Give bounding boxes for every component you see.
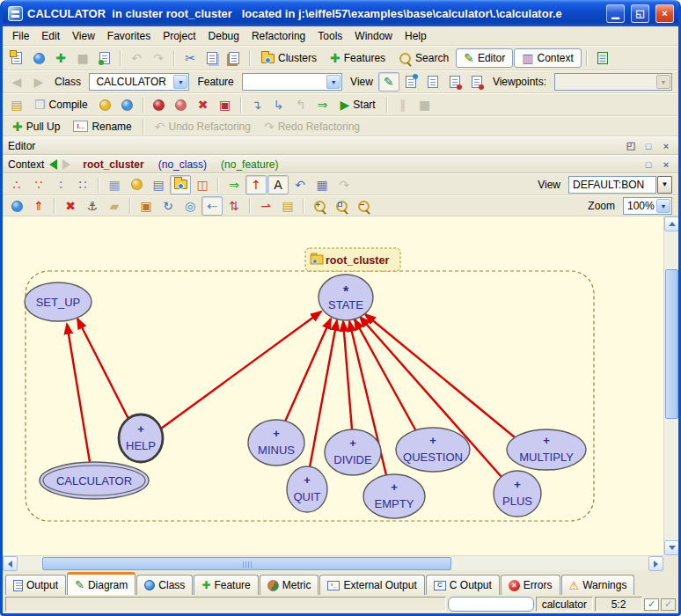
cluster-diagram-icon[interactable] — [170, 175, 191, 194]
add-link-icon[interactable]: ⇀ — [255, 196, 276, 216]
horizontal-scrollbar[interactable] — [3, 555, 663, 570]
context-toggle[interactable]: ▥Context — [514, 48, 582, 68]
cut-icon[interactable]: ✂ — [179, 48, 201, 68]
scroll-down-icon[interactable] — [664, 540, 679, 555]
check-green-icon[interactable]: ✓ — [644, 598, 659, 611]
context-maximize-icon[interactable]: □ — [641, 158, 655, 171]
vertical-scrollbar[interactable] — [663, 216, 678, 555]
inheritance-link-HELP-STATE[interactable] — [161, 312, 321, 429]
tab-feature[interactable]: ✚Feature — [194, 575, 258, 595]
class-node-MULTIPLY[interactable]: +MULTIPLY — [507, 429, 586, 470]
scroll-right-icon[interactable] — [648, 556, 663, 571]
start-button[interactable]: ▶Start — [334, 95, 382, 114]
eraser-tool-icon[interactable]: ▰ — [104, 196, 125, 216]
inheritance-link-MULTIPLY-STATE[interactable] — [365, 314, 515, 437]
inheritance-link-QUESTION-STATE[interactable] — [355, 319, 416, 431]
class-node-QUESTION[interactable]: +QUESTION — [396, 428, 470, 472]
menu-file[interactable]: File — [6, 28, 35, 44]
new-class-tool-icon[interactable] — [6, 196, 27, 216]
external-editor-icon[interactable] — [592, 48, 613, 68]
minimize-button[interactable]: ▁ — [606, 4, 625, 23]
diagram-history-icon[interactable]: ▦ — [311, 175, 333, 194]
class-node-PLUS[interactable]: +PLUS — [494, 471, 541, 517]
new-document-icon[interactable] — [6, 48, 27, 68]
chevron-down-icon[interactable]: ▼ — [656, 199, 670, 213]
add-project-icon[interactable]: ✚ — [50, 48, 71, 68]
menu-help[interactable]: Help — [399, 28, 433, 44]
tab-diagram[interactable]: ✎Diagram — [67, 572, 135, 595]
features-button[interactable]: ✚Features — [324, 48, 392, 68]
smart-layout-icon[interactable]: ◎ — [179, 196, 201, 216]
tab-warnings[interactable]: ⚠Warnings — [561, 575, 635, 595]
horizontal-scroll-thumb[interactable] — [42, 557, 451, 570]
tab-class[interactable]: Class — [136, 575, 193, 595]
project-settings-icon[interactable]: ▤ — [6, 95, 27, 114]
copy-icon[interactable] — [201, 48, 223, 68]
inheritance-link-DIVIDE-STATE[interactable] — [343, 321, 352, 429]
uml-view-icon[interactable]: ▤ — [148, 175, 169, 194]
tab-output[interactable]: Output — [5, 575, 66, 595]
layout-settings-icon[interactable]: ▤ — [277, 196, 298, 216]
menu-tools[interactable]: Tools — [311, 28, 348, 44]
menu-debug[interactable]: Debug — [202, 28, 245, 44]
scroll-up-icon[interactable] — [664, 216, 679, 231]
delete-tool-icon[interactable]: ✖ — [60, 196, 81, 216]
save-icon[interactable] — [94, 48, 115, 68]
chevron-down-icon[interactable]: ▼ — [326, 75, 340, 89]
class-node-QUIT[interactable]: +QUIT — [287, 466, 327, 512]
tab-metric[interactable]: Metric — [260, 575, 319, 595]
inheritance-link-CALCULATOR-SET_UP[interactable] — [67, 324, 90, 462]
menu-refactoring[interactable]: Refactoring — [245, 28, 311, 44]
class-diagram-icon[interactable]: ◫ — [192, 175, 213, 194]
close-button[interactable]: × — [655, 4, 674, 23]
fill-color-icon[interactable]: ▣ — [135, 196, 157, 216]
menu-edit[interactable]: Edit — [35, 28, 66, 44]
editor-toggle[interactable]: ✎Editor — [456, 48, 513, 68]
menu-view[interactable]: View — [66, 28, 101, 44]
class-node-HELP[interactable]: +HELP — [119, 414, 163, 462]
context-cluster[interactable]: root_cluster — [83, 158, 143, 171]
tab-external-output[interactable]: ›_External Output — [319, 575, 424, 595]
context-class[interactable]: (no_class) — [158, 158, 207, 171]
class-node-EMPTY[interactable]: +EMPTY — [363, 474, 425, 518]
cluster-relations-icon[interactable]: ∵ — [28, 175, 49, 194]
vertical-scroll-thumb[interactable] — [665, 269, 678, 419]
feature-combo[interactable]: ▼ — [242, 73, 342, 91]
check-gray-icon[interactable]: ✓ — [661, 598, 676, 611]
search-button[interactable]: Search — [392, 48, 455, 68]
menu-project[interactable]: Project — [157, 28, 201, 44]
context-back-button[interactable] — [49, 159, 57, 170]
chevron-down-icon[interactable]: ▼ — [173, 75, 187, 89]
compile-button[interactable]: ❒Compile — [28, 95, 94, 114]
class-node-SET_UP[interactable]: SET_UP — [25, 282, 92, 321]
focus-target-icon[interactable]: ⇒ — [223, 175, 245, 194]
menu-window[interactable]: Window — [348, 28, 399, 44]
editor-close-icon[interactable]: × — [659, 139, 673, 152]
step-into-icon[interactable]: ↴ — [246, 95, 267, 114]
context-feature[interactable]: (no_feature) — [221, 158, 278, 171]
context-close-icon[interactable]: × — [659, 158, 673, 171]
open-icon[interactable] — [28, 48, 49, 68]
class-relations-icon[interactable]: ∴ — [6, 175, 27, 194]
diagram-undo-icon[interactable]: ↶ — [289, 175, 311, 194]
rotate-icon[interactable]: ↻ — [157, 196, 179, 216]
inheritance-link-HELP-SET_UP[interactable] — [77, 319, 128, 419]
diagram-view-combo[interactable]: DEFAULT:BON▼ — [568, 176, 672, 194]
class-node-CALCULATOR[interactable]: CALCULATOR — [40, 462, 149, 499]
editor-maximize-icon[interactable]: □ — [641, 139, 655, 152]
run-to-cursor-icon[interactable]: ⇒ — [312, 95, 333, 114]
zoom-combo[interactable]: 100%▼ — [623, 197, 672, 215]
client-links-icon[interactable]: ∶ — [50, 175, 71, 194]
pull-up-button[interactable]: ✚Pull Up — [6, 117, 66, 136]
diagram-canvas[interactable]: root_clusterSET_UP*STATE+HELPCALCULATOR+… — [3, 216, 663, 555]
tab-errors[interactable]: ×Errors — [501, 575, 560, 595]
ignore-breakpoints-icon[interactable]: ▣ — [215, 95, 236, 114]
supplier-links-icon[interactable]: ∷ — [72, 175, 93, 194]
view-clickable-icon[interactable] — [422, 72, 443, 92]
class-node-STATE[interactable]: *STATE — [319, 275, 373, 320]
clusters-button[interactable]: Clusters — [255, 48, 323, 68]
link-direction-icon[interactable]: ⇠ — [201, 196, 223, 216]
zoom-in-icon[interactable] — [309, 196, 330, 216]
info-icon[interactable] — [117, 95, 138, 114]
step-over-icon[interactable]: ↳ — [268, 95, 289, 114]
